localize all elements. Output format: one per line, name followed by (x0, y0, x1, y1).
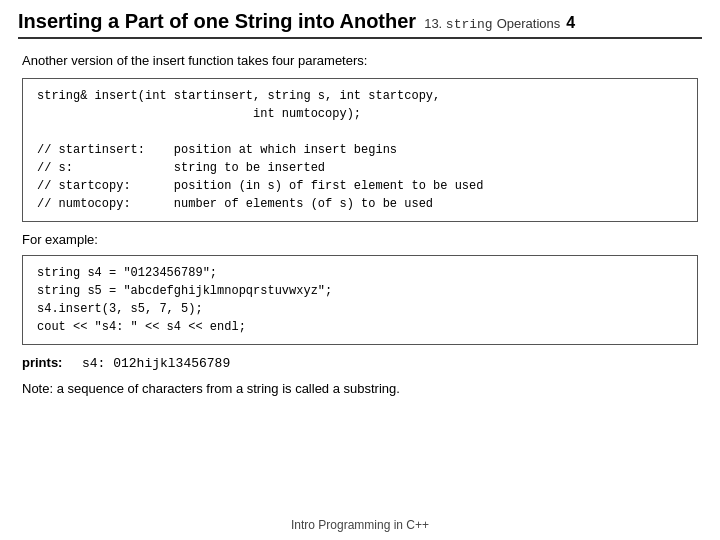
prints-label: prints: (22, 355, 70, 370)
code-text-2: string s4 = "0123456789"; string s5 = "a… (37, 264, 683, 336)
chapter-code: string (446, 17, 493, 32)
chapter-num: 13. string (424, 16, 493, 32)
page: Inserting a Part of one String into Anot… (0, 0, 720, 540)
note-text: Note: a sequence of characters from a st… (22, 381, 698, 396)
slide-number: 4 (566, 14, 575, 32)
code-text-1: string& insert(int startinsert, string s… (37, 87, 683, 213)
for-example-label: For example: (22, 232, 698, 247)
main-content: Another version of the insert function t… (18, 53, 702, 396)
prints-row: prints: s4: 012hijkl3456789 (22, 355, 698, 371)
intro-text: Another version of the insert function t… (22, 53, 698, 68)
chapter-number: 13. (424, 16, 442, 31)
footer-text: Intro Programming in C++ (0, 518, 720, 532)
prints-value: s4: 012hijkl3456789 (82, 356, 230, 371)
code-block-2: string s4 = "0123456789"; string s5 = "a… (22, 255, 698, 345)
chapter-label: Operations (497, 16, 561, 31)
page-title: Inserting a Part of one String into Anot… (18, 10, 416, 33)
code-block-1: string& insert(int startinsert, string s… (22, 78, 698, 222)
header: Inserting a Part of one String into Anot… (18, 10, 702, 39)
